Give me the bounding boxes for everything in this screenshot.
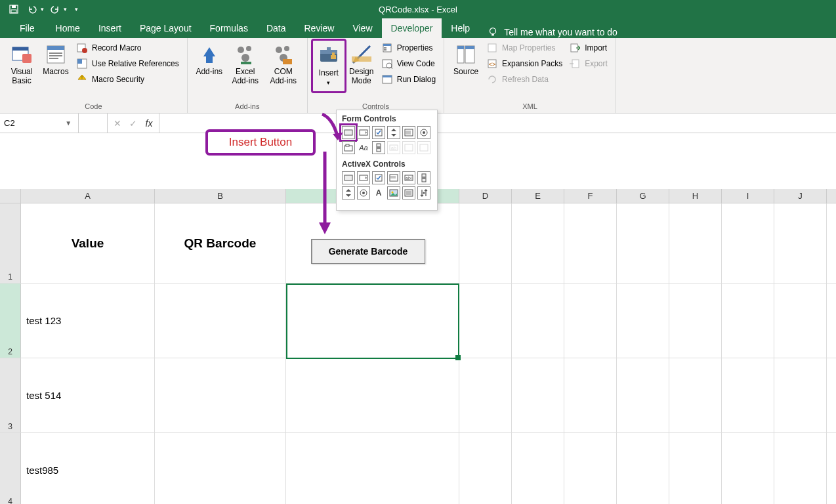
- cell-f3[interactable]: [564, 358, 617, 432]
- cell-g1[interactable]: [617, 203, 669, 283]
- ax-togglebutton-control[interactable]: [402, 186, 415, 200]
- cell-e2[interactable]: [512, 284, 564, 358]
- ax-optionbutton-control[interactable]: [357, 186, 370, 200]
- cell-a4[interactable]: test985: [21, 433, 155, 504]
- tab-data[interactable]: Data: [257, 18, 295, 38]
- row-header-4[interactable]: 4: [0, 433, 21, 504]
- cell-g4[interactable]: [617, 433, 669, 504]
- ax-combobox-control[interactable]: [357, 171, 370, 184]
- col-header-a[interactable]: A: [21, 189, 155, 203]
- tab-review[interactable]: Review: [295, 18, 344, 38]
- undo-dropdown-icon[interactable]: ▾: [41, 6, 44, 12]
- use-relative-references-button[interactable]: Use Relative References: [73, 56, 182, 71]
- properties-button[interactable]: Properties: [379, 41, 438, 55]
- cell-f2[interactable]: [564, 284, 617, 358]
- tab-file[interactable]: File: [8, 18, 47, 38]
- cell-i4[interactable]: [722, 433, 774, 504]
- ax-textbox-control[interactable]: abl: [402, 171, 415, 184]
- cell-e1[interactable]: [512, 203, 564, 283]
- tab-home[interactable]: Home: [47, 18, 89, 38]
- name-box-input[interactable]: [0, 118, 62, 128]
- cell-e3[interactable]: [512, 358, 564, 432]
- form-optionbutton-control[interactable]: [417, 126, 430, 139]
- cell-j2[interactable]: [774, 284, 827, 358]
- ax-scrollbar-control[interactable]: [417, 171, 430, 184]
- cell-a3[interactable]: test 514: [21, 358, 155, 432]
- name-box[interactable]: ▼: [0, 114, 79, 133]
- save-icon[interactable]: [7, 2, 21, 16]
- run-dialog-button[interactable]: Run Dialog: [379, 72, 438, 87]
- cell-c4[interactable]: [286, 433, 459, 504]
- tab-insert[interactable]: Insert: [89, 18, 131, 38]
- form-combobox-control[interactable]: [357, 126, 370, 139]
- cell-i3[interactable]: [722, 358, 774, 432]
- cell-j3[interactable]: [774, 358, 827, 432]
- design-mode-button[interactable]: Design Mode: [346, 41, 377, 91]
- ax-image-control[interactable]: [387, 186, 400, 200]
- com-addins-button[interactable]: COM Add-ins: [265, 41, 302, 88]
- col-header-f[interactable]: F: [564, 189, 617, 203]
- cell-c3[interactable]: [286, 358, 459, 432]
- tab-developer[interactable]: Developer: [382, 18, 442, 38]
- insert-function-icon[interactable]: fx: [143, 118, 155, 129]
- qat-customize-icon[interactable]: ▾: [75, 6, 78, 12]
- cell-h3[interactable]: [669, 358, 722, 432]
- cell-j1[interactable]: [774, 203, 827, 283]
- col-header-d[interactable]: D: [459, 189, 512, 203]
- cell-b1[interactable]: QR Barcode: [155, 203, 286, 283]
- source-button[interactable]: Source: [449, 41, 482, 87]
- cell-d3[interactable]: [459, 358, 512, 432]
- cell-a1[interactable]: Value: [21, 203, 155, 283]
- cell-f4[interactable]: [564, 433, 617, 504]
- cancel-formula-icon[interactable]: ✕: [112, 118, 123, 129]
- undo-icon[interactable]: [25, 2, 39, 16]
- addins-button[interactable]: Add-ins: [193, 41, 226, 88]
- name-box-dropdown-icon[interactable]: ▼: [62, 119, 74, 127]
- col-header-e[interactable]: E: [512, 189, 564, 203]
- tab-page-layout[interactable]: Page Layout: [131, 18, 201, 38]
- cell-j4[interactable]: [774, 433, 827, 504]
- expansion-packs-button[interactable]: <> Expansion Packs: [484, 56, 565, 71]
- row-header-1[interactable]: 1: [0, 203, 21, 283]
- tab-formulas[interactable]: Formulas: [201, 18, 257, 38]
- row-header-2[interactable]: 2: [0, 284, 21, 358]
- form-label-control[interactable]: Aa: [357, 141, 370, 154]
- col-header-b[interactable]: B: [155, 189, 286, 203]
- cell-a2[interactable]: test 123: [21, 284, 155, 358]
- ax-morecontrols-control[interactable]: [417, 186, 430, 200]
- form-listbox-control[interactable]: [402, 126, 415, 139]
- cell-d2[interactable]: [459, 284, 512, 358]
- select-all-corner[interactable]: [0, 189, 21, 203]
- col-header-i[interactable]: I: [722, 189, 774, 203]
- ax-listbox-control[interactable]: [387, 171, 400, 184]
- form-scrollbar-control[interactable]: [372, 141, 385, 154]
- col-header-g[interactable]: G: [617, 189, 669, 203]
- cell-e4[interactable]: [512, 433, 564, 504]
- view-code-button[interactable]: View Code: [379, 56, 438, 71]
- cell-h2[interactable]: [669, 284, 722, 358]
- row-header-3[interactable]: 3: [0, 358, 21, 432]
- cell-g2[interactable]: [617, 284, 669, 358]
- import-button[interactable]: Import: [566, 41, 610, 55]
- redo-dropdown-icon[interactable]: ▾: [64, 6, 67, 12]
- col-header-h[interactable]: H: [669, 189, 722, 203]
- insert-controls-button[interactable]: Insert▾: [314, 42, 343, 90]
- tab-help[interactable]: Help: [442, 18, 479, 38]
- macro-security-button[interactable]: ! Macro Security: [73, 72, 182, 87]
- cell-d1[interactable]: [459, 203, 512, 283]
- cell-g3[interactable]: [617, 358, 669, 432]
- excel-addins-button[interactable]: Excel Add-ins: [227, 41, 264, 88]
- cell-c2[interactable]: [286, 284, 459, 358]
- cell-b4[interactable]: [155, 433, 286, 504]
- record-macro-button[interactable]: Record Macro: [73, 41, 182, 55]
- col-header-j[interactable]: J: [774, 189, 827, 203]
- cell-h1[interactable]: [669, 203, 722, 283]
- generate-barcode-button[interactable]: Generate Barcode: [311, 239, 425, 264]
- cell-b2[interactable]: [155, 284, 286, 358]
- ax-commandbutton-control[interactable]: [342, 171, 355, 184]
- tell-me[interactable]: Tell me what you want to do: [487, 26, 617, 38]
- tab-view[interactable]: View: [343, 18, 381, 38]
- redo-icon[interactable]: [48, 2, 62, 16]
- ax-label-control[interactable]: A: [372, 186, 385, 200]
- macros-button[interactable]: Macros: [39, 41, 72, 88]
